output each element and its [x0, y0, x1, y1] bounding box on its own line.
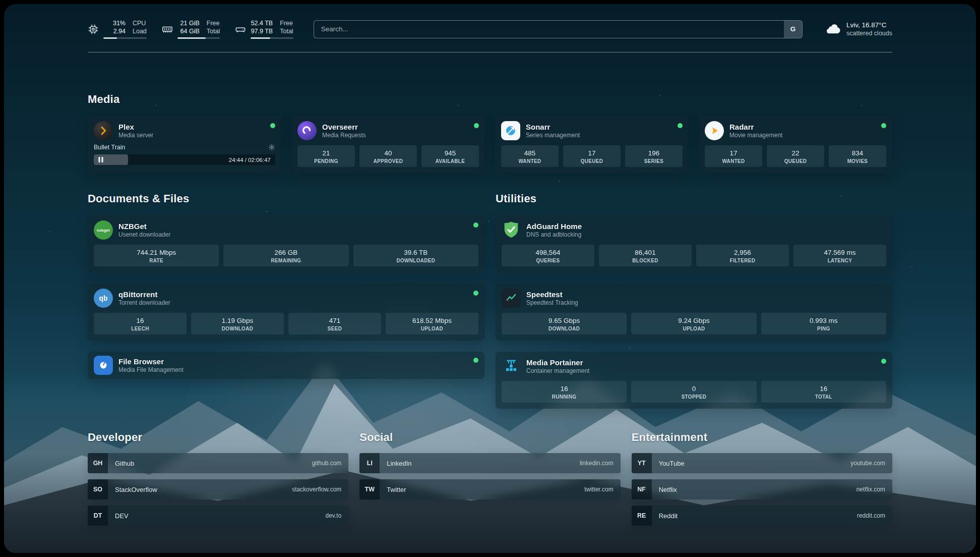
youtube-icon: YT: [632, 453, 652, 473]
stat-approved: 40 APPROVED: [359, 145, 417, 167]
app-card-nzbget[interactable]: nzbget NZBGet Usenet downloader 744.21 M…: [88, 215, 484, 272]
stat-total: 16 TOTAL: [761, 381, 886, 403]
reddit-icon: RE: [632, 506, 652, 526]
stat-series: 196 SERIES: [625, 145, 683, 167]
filebrowser-icon: [94, 356, 113, 375]
section-title-social: Social: [359, 431, 620, 444]
overseerr-icon: [297, 121, 317, 140]
header-divider: [88, 52, 892, 52]
status-dot: [473, 222, 478, 228]
twitter-icon: TW: [359, 479, 380, 499]
dashboard-screen: 31% 2.94 CPU Load: [4, 4, 976, 553]
memory-widget: 21 GiB 64 GiB Free Total: [162, 19, 220, 39]
search-input[interactable]: [314, 20, 803, 38]
section-title-media: Media: [88, 93, 892, 106]
radarr-icon: [705, 121, 724, 140]
weather-location: Lviv, 16.87°C: [846, 21, 892, 29]
speedtest-icon: [502, 289, 521, 308]
resource-widgets: 31% 2.94 CPU Load: [88, 19, 293, 39]
stat-downloaded: 39.6 TB DOWNLOADED: [353, 245, 478, 266]
cpu-percent: 31%: [103, 19, 126, 27]
window-frame: 31% 2.94 CPU Load: [0, 0, 980, 557]
stat-remaining: 266 GB REMAINING: [223, 245, 348, 266]
entertainment-column: Entertainment YT YouTube youtube.com NF …: [632, 431, 892, 526]
app-card-adguard[interactable]: AdGuard Home DNS and adblocking 498,564 …: [496, 215, 892, 272]
cpu-bar: [103, 37, 147, 39]
dev-icon: DT: [88, 506, 108, 526]
social-column: Social LI LinkedIn linkedin.com TW Twitt…: [359, 431, 620, 499]
app-subtitle: Media server: [118, 132, 153, 139]
media-grid: Plex Media server Bullet Train: [88, 116, 892, 173]
bookmark-stackoverflow[interactable]: SO StackOverflow stackoverflow.com: [88, 479, 348, 499]
stat-blocked: 86,401 BLOCKED: [599, 245, 692, 266]
snow-specks: [4, 4, 5, 5]
app-card-sonarr[interactable]: Sonarr Series management 485 WANTED 17 Q…: [495, 116, 689, 173]
status-dot: [270, 123, 275, 128]
section-title-documents: Documents & Files: [88, 192, 484, 205]
stat-queries: 498,564 QUERIES: [502, 245, 594, 266]
disk-bar: [251, 37, 293, 39]
bookmark-dev[interactable]: DT DEV dev.to: [88, 506, 348, 526]
plex-icon: [94, 121, 113, 140]
adguard-icon: [502, 220, 521, 240]
cpu-label: CPU: [133, 19, 147, 27]
memory-total: 64 GiB: [177, 27, 200, 35]
pause-icon[interactable]: [98, 157, 103, 162]
bookmark-github[interactable]: GH Github github.com: [88, 453, 348, 473]
disk-icon: [235, 24, 246, 35]
status-dot: [881, 359, 886, 364]
app-card-portainer[interactable]: Media Portainer Container management 16 …: [496, 352, 892, 409]
cpu-load: 2.94: [103, 27, 126, 35]
status-dot: [678, 123, 683, 128]
status-dot: [881, 123, 886, 128]
stat-wanted: 485 WANTED: [501, 145, 559, 167]
app-card-qbittorrent[interactable]: qb qBittorrent Torrent downloader 16: [88, 284, 484, 341]
bookmark-youtube[interactable]: YT YouTube youtube.com: [632, 453, 892, 473]
stat-filtered: 2,956 FILTERED: [696, 245, 789, 266]
bookmark-reddit[interactable]: RE Reddit reddit.com: [632, 506, 892, 526]
stat-leech: 16 LEECH: [94, 313, 187, 335]
bookmark-linkedin[interactable]: LI LinkedIn linkedin.com: [359, 453, 620, 473]
app-card-overseerr[interactable]: Overseerr Media Requests 21 PENDING 40 A…: [291, 116, 485, 173]
gear-icon[interactable]: [268, 144, 275, 151]
developer-column: Developer GH Github github.com SO StackO…: [88, 431, 348, 526]
memory-bar: [177, 37, 220, 39]
stat-rate: 744.21 Mbps RATE: [94, 245, 219, 266]
section-title-developer: Developer: [88, 431, 348, 444]
app-card-radarr[interactable]: Radarr Movie management 17 WANTED 22 QUE…: [699, 116, 892, 173]
stat-wanted: 17 WANTED: [705, 145, 762, 167]
weather-widget: Lviv, 16.87°C scattered clouds: [825, 21, 892, 37]
cpu-icon: [88, 24, 99, 35]
disk-free: 52.4 TB: [251, 19, 273, 27]
stat-pending: 21 PENDING: [297, 145, 355, 167]
section-title-utilities: Utilities: [496, 192, 892, 205]
stat-stopped: 0 STOPPED: [631, 381, 756, 403]
bookmark-netflix[interactable]: NF Netflix netflix.com: [632, 479, 892, 499]
nzbget-icon: nzbget: [94, 220, 113, 240]
documents-column: Documents & Files nzbget NZBGet Usenet d…: [88, 192, 484, 379]
bookmark-twitter[interactable]: TW Twitter twitter.com: [359, 479, 620, 499]
app-card-plex[interactable]: Plex Media server Bullet Train: [88, 116, 281, 173]
disk-widget: 52.4 TB 97.9 TB Free Total: [235, 19, 293, 39]
search-bar: G: [314, 20, 803, 38]
stat-upload: 618.52 Mbps UPLOAD: [386, 313, 478, 335]
stackoverflow-icon: SO: [88, 479, 108, 499]
sonarr-icon: [501, 121, 520, 140]
memory-free: 21 GiB: [177, 19, 200, 27]
cpu-label2: Load: [133, 27, 147, 35]
app-card-speedtest[interactable]: Speedtest Speedtest Tracking 9.65 Gbps D…: [496, 284, 892, 341]
cpu-widget: 31% 2.94 CPU Load: [88, 19, 147, 39]
stat-available: 945 AVAILABLE: [421, 145, 479, 167]
playback-time: 24:44 / 02:06:47: [229, 157, 271, 163]
app-card-filebrowser[interactable]: File Browser Media File Management: [88, 352, 484, 379]
disk-label: Free: [280, 19, 293, 27]
stat-upload: 9.24 Gbps UPLOAD: [631, 313, 756, 335]
stat-seed: 471 SEED: [288, 313, 381, 335]
utilities-column: Utilities AdGuard Home DNS and adblockin…: [496, 192, 892, 409]
playback-progress-bar[interactable]: 24:44 / 02:06:47: [94, 154, 275, 165]
disk-total: 97.9 TB: [251, 27, 273, 35]
status-dot: [474, 123, 479, 128]
stat-queued: 17 QUEUED: [563, 145, 621, 167]
stat-download: 1.19 Gbps DOWNLOAD: [191, 313, 284, 335]
search-engine-button[interactable]: G: [784, 21, 802, 38]
